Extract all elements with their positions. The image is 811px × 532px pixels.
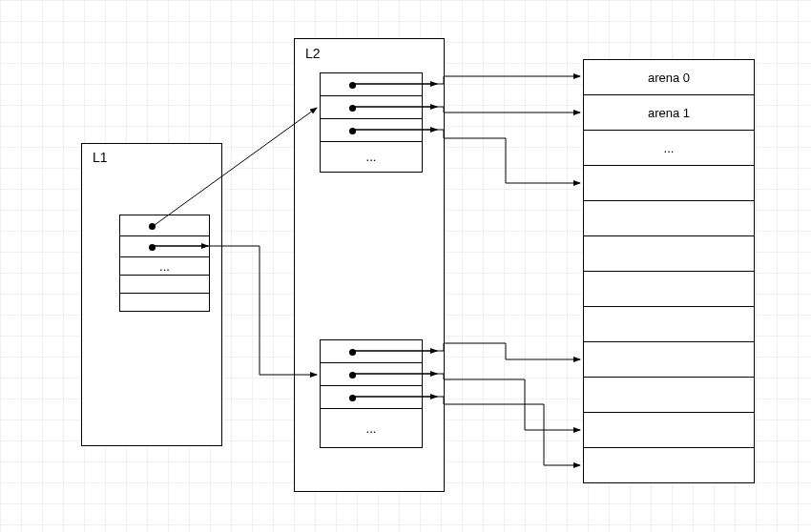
arena-row-0: arena 0 — [583, 59, 755, 95]
arena-row-3 — [583, 165, 755, 201]
l2-top-row-2 — [320, 118, 423, 142]
arena-row-4 — [583, 200, 755, 236]
l2-top-row-3: ... — [320, 141, 423, 173]
l1-row-2: ... — [119, 256, 210, 276]
arena-row-10 — [583, 412, 755, 448]
l1-dot-0 — [149, 223, 156, 230]
l1-title: L1 — [93, 150, 108, 165]
arena-row-7 — [583, 306, 755, 342]
arena-row-6 — [583, 271, 755, 307]
l1-row-3 — [119, 275, 210, 294]
l1-row-4 — [119, 293, 210, 312]
arena-row-2: ... — [583, 130, 755, 166]
l2-bottom-dot-2 — [349, 395, 356, 401]
arena-row-8 — [583, 341, 755, 378]
l2-title: L2 — [305, 46, 321, 61]
l2-top-dot-2 — [349, 128, 356, 134]
arena-row-9 — [583, 377, 755, 413]
l2-bottom-row-3: ... — [320, 408, 423, 448]
diagram-container: L1 ... L2 ... ... arena 0 arena 1 ... — [0, 0, 811, 532]
arena-row-5 — [583, 235, 755, 272]
l2-top-dot-1 — [349, 105, 356, 112]
arena-row-11 — [583, 447, 755, 483]
l2-bottom-dot-1 — [349, 372, 356, 379]
l2-bottom-row-1 — [320, 362, 423, 386]
l2-top-row-1 — [320, 95, 423, 119]
l2-top-row-0 — [320, 72, 423, 96]
arena-row-1: arena 1 — [583, 94, 755, 131]
l1-row-1 — [119, 235, 210, 257]
l2-top-dot-0 — [349, 82, 356, 89]
l2-bottom-row-2 — [320, 385, 423, 409]
l2-bottom-dot-0 — [349, 349, 356, 356]
l1-dot-1 — [149, 244, 156, 251]
l2-bottom-row-0 — [320, 339, 423, 363]
l1-row-0 — [119, 215, 210, 236]
